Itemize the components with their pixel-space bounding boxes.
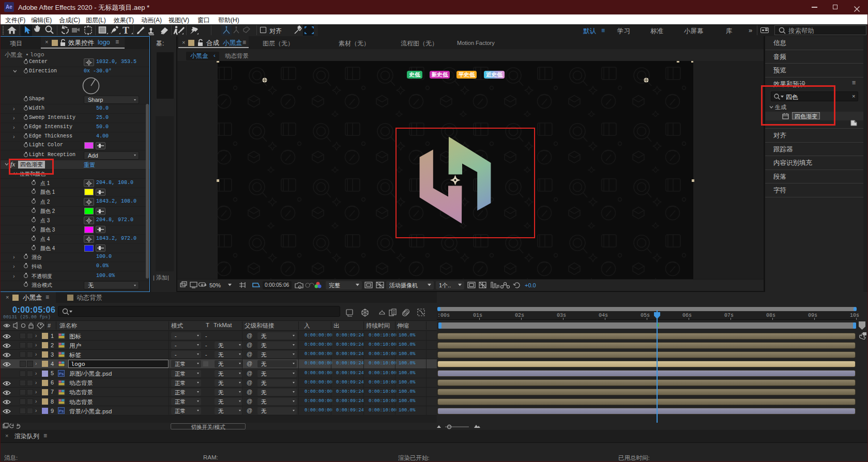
- svg-text:T: T: [123, 25, 129, 36]
- svg-text:+0.0: +0.0: [525, 282, 536, 288]
- svg-text:50%: 50%: [209, 282, 221, 288]
- svg-text:完整: 完整: [329, 282, 340, 288]
- svg-text:#: #: [48, 322, 51, 329]
- svg-text:活动摄像机: 活动摄像机: [389, 282, 418, 288]
- svg-text:1个..: 1个..: [439, 282, 451, 288]
- svg-text:0:00:05:06: 0:00:05:06: [265, 282, 290, 288]
